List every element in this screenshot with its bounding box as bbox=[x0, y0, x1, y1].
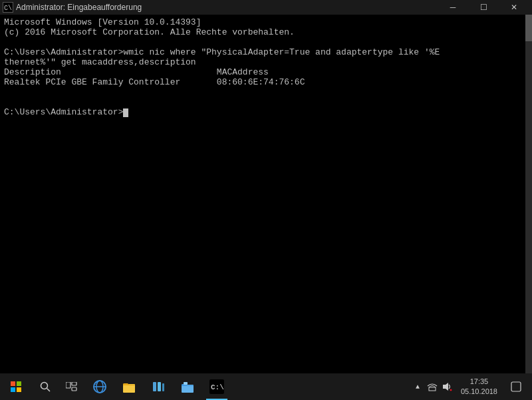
volume-icon[interactable] bbox=[441, 381, 453, 393]
taskbar-app-libraries[interactable] bbox=[144, 373, 173, 400]
svg-rect-8 bbox=[66, 382, 70, 388]
chevron-up-button[interactable]: ▲ bbox=[412, 373, 424, 400]
console-output: Microsoft Windows [Version 10.0.14393] (… bbox=[0, 15, 532, 373]
svg-rect-17 bbox=[158, 382, 161, 391]
clock-time: 17:35 bbox=[470, 377, 489, 387]
close-button[interactable]: ✕ bbox=[499, 0, 529, 15]
svg-rect-16 bbox=[153, 382, 156, 391]
svg-text:C\: C\ bbox=[4, 5, 12, 12]
system-tray bbox=[426, 381, 453, 393]
svg-line-7 bbox=[47, 389, 51, 392]
taskbar-app-cmd[interactable]: C:\ bbox=[202, 373, 231, 400]
taskbar-app-folder2[interactable] bbox=[173, 373, 202, 400]
titlebar-left: C\ Administrator: Eingabeaufforderung bbox=[3, 2, 142, 13]
notification-button[interactable] bbox=[505, 373, 527, 400]
scrollbar-thumb[interactable] bbox=[525, 15, 532, 41]
taskbar-left: e C:\ bbox=[0, 373, 231, 400]
taskbar-app-explorer[interactable] bbox=[114, 373, 144, 400]
window-title: Administrator: Eingabeaufforderung bbox=[16, 3, 142, 12]
svg-rect-9 bbox=[72, 382, 76, 385]
svg-marker-24 bbox=[443, 383, 448, 391]
taskbar: e C:\ bbox=[0, 373, 532, 400]
titlebar: C\ Administrator: Eingabeaufforderung ─ … bbox=[0, 0, 532, 15]
svg-rect-20 bbox=[184, 382, 188, 385]
svg-rect-18 bbox=[162, 383, 164, 391]
start-button[interactable] bbox=[0, 373, 32, 400]
search-button[interactable] bbox=[32, 373, 59, 400]
scrollbar[interactable] bbox=[525, 15, 532, 373]
network-icon[interactable] bbox=[426, 381, 438, 393]
svg-rect-27 bbox=[511, 382, 521, 391]
svg-rect-10 bbox=[72, 387, 76, 391]
svg-rect-3 bbox=[17, 381, 21, 386]
taskbar-app-ie[interactable]: e bbox=[85, 373, 114, 400]
taskbar-right: ▲ 17:35 05.10.2018 bbox=[412, 373, 532, 400]
svg-point-6 bbox=[41, 383, 48, 389]
svg-rect-2 bbox=[11, 381, 15, 386]
svg-rect-4 bbox=[11, 387, 15, 392]
svg-rect-23 bbox=[429, 387, 436, 391]
svg-text:e: e bbox=[94, 380, 98, 386]
clock[interactable]: 17:35 05.10.2018 bbox=[456, 377, 503, 397]
titlebar-buttons: ─ ☐ ✕ bbox=[438, 0, 529, 15]
cmd-icon: C\ bbox=[3, 2, 13, 13]
minimize-button[interactable]: ─ bbox=[438, 0, 468, 15]
svg-rect-5 bbox=[17, 387, 21, 392]
cursor bbox=[123, 108, 128, 117]
task-view-button[interactable] bbox=[59, 373, 85, 400]
svg-text:C:\: C:\ bbox=[211, 383, 224, 391]
clock-date: 05.10.2018 bbox=[461, 387, 497, 397]
maximize-button[interactable]: ☐ bbox=[468, 0, 499, 15]
